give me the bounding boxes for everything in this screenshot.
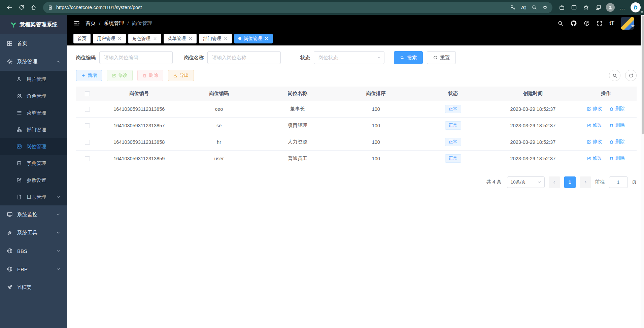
close-icon[interactable] <box>188 36 193 41</box>
row-edit-link[interactable]: 修改 <box>587 106 602 112</box>
edit-button[interactable]: 修改 <box>107 70 133 81</box>
row-delete-link[interactable]: 删除 <box>609 139 624 145</box>
reset-button[interactable]: 重置 <box>427 51 456 64</box>
sidebar-item-label: 系统管理 <box>17 59 37 65</box>
add-favorite-button[interactable] <box>540 2 550 13</box>
sidebar-item-system-management[interactable]: 系统管理 <box>0 53 67 71</box>
row-checkbox[interactable] <box>85 107 90 112</box>
post-code-input[interactable] <box>99 51 173 64</box>
password-key-button[interactable] <box>507 2 518 13</box>
tab-user-management[interactable]: 用户管理 <box>93 34 126 43</box>
zoom-out-button[interactable] <box>529 2 540 13</box>
breadcrumb-system-management[interactable]: 系统管理 <box>104 20 124 27</box>
sidebar-item-post-management[interactable]: 岗位管理 <box>0 138 67 155</box>
chevron-down-icon <box>56 195 61 199</box>
row-checkbox[interactable] <box>85 140 90 145</box>
site-info-icon[interactable] <box>48 5 53 10</box>
sidebar-item-log-management[interactable]: 日志管理 <box>0 189 67 205</box>
back-arrow-icon <box>6 4 13 11</box>
search-icon <box>557 20 564 26</box>
sidebar-item-system-tools[interactable]: 系统工具 <box>0 224 67 242</box>
row-delete-link[interactable]: 删除 <box>609 106 624 112</box>
sidebar-item-erp[interactable]: ERP <box>0 260 67 278</box>
sidebar-fold-icon[interactable] <box>73 20 80 27</box>
address-bar[interactable]: https://ccnetcore.com:1101/system/post A… <box>43 2 552 13</box>
status-select[interactable] <box>314 51 384 64</box>
fullscreen-button[interactable] <box>597 20 603 26</box>
copilot-bing-button[interactable]: b <box>631 2 641 12</box>
sidebar-item-parameter-settings[interactable]: 参数设置 <box>0 172 67 189</box>
tab-post-management[interactable]: 岗位管理 <box>234 34 273 43</box>
sidebar-item-yi-framework[interactable]: Yi框架 <box>0 278 67 296</box>
row-delete-link[interactable]: 删除 <box>609 122 624 128</box>
close-icon[interactable] <box>264 36 269 41</box>
sidebar-item-home[interactable]: 首页 <box>0 34 67 53</box>
search-button[interactable]: 搜索 <box>394 51 423 64</box>
collections-button[interactable] <box>592 2 604 13</box>
chevron-down-icon <box>56 212 61 217</box>
goto-page-input[interactable] <box>609 176 628 188</box>
delete-button[interactable]: 删除 <box>137 70 163 81</box>
sidebar-item-user-management[interactable]: 用户管理 <box>0 71 67 88</box>
pagination-total: 共 4 条 <box>486 179 501 185</box>
sidebar-item-system-monitor[interactable]: 系统监控 <box>0 205 67 224</box>
refresh-table-button[interactable] <box>625 70 637 81</box>
browser-menu-button[interactable]: … <box>616 2 629 13</box>
header-search-button[interactable] <box>557 20 564 26</box>
extensions-button[interactable] <box>556 2 568 13</box>
close-icon[interactable] <box>153 36 157 41</box>
split-screen-button[interactable] <box>568 2 580 13</box>
browser-profile-button[interactable] <box>604 2 616 13</box>
tab-role-management[interactable]: 角色管理 <box>128 34 161 43</box>
sidebar-item-label: 用户管理 <box>27 76 46 83</box>
breadcrumb-home[interactable]: 首页 <box>86 20 96 27</box>
font-size-button[interactable]: tT <box>609 20 614 26</box>
export-button[interactable]: 导出 <box>168 70 194 81</box>
github-link[interactable] <box>570 20 577 27</box>
browser-back-button[interactable] <box>3 2 15 13</box>
user-menu[interactable] <box>621 17 635 30</box>
app-logo[interactable]: 意框架管理系统 <box>0 15 67 34</box>
favorites-button[interactable] <box>580 2 592 13</box>
row-checkbox[interactable] <box>85 156 90 161</box>
status-select-input[interactable] <box>314 51 384 64</box>
cell-post-name: 董事长 <box>258 101 337 117</box>
header-actions: tT <box>557 17 635 30</box>
row-delete-link[interactable]: 删除 <box>609 155 624 161</box>
toggle-search-button[interactable] <box>609 70 620 81</box>
url-text[interactable]: https://ccnetcore.com:1101/system/post <box>56 5 504 10</box>
next-page-button[interactable] <box>580 176 591 188</box>
tab-menu-management[interactable]: 菜单管理 <box>164 34 197 43</box>
tab-home[interactable]: 首页 <box>73 34 91 43</box>
sidebar-item-role-management[interactable]: 角色管理 <box>0 88 67 104</box>
tab-label: 部门管理 <box>203 36 221 42</box>
edit-icon <box>587 107 591 111</box>
previous-page-button[interactable] <box>549 176 560 188</box>
sidebar-item-label: 角色管理 <box>27 93 46 99</box>
sidebar-item-bbs[interactable]: BBS <box>0 242 67 260</box>
help-button[interactable] <box>584 20 590 26</box>
sidebar-item-label: 系统工具 <box>17 230 37 236</box>
sidebar-item-menu-management[interactable]: 菜单管理 <box>0 104 67 121</box>
add-button[interactable]: 新增 <box>76 70 102 81</box>
post-name-input[interactable] <box>207 51 281 64</box>
page-scrollbar[interactable] <box>641 15 644 328</box>
close-icon[interactable] <box>224 36 228 41</box>
scrollbar-thumb[interactable] <box>642 15 644 134</box>
browser-refresh-button[interactable] <box>15 2 28 13</box>
page-number-1[interactable]: 1 <box>564 176 576 188</box>
row-edit-link[interactable]: 修改 <box>587 122 602 128</box>
browser-home-button[interactable] <box>28 2 40 13</box>
sidebar-item-dictionary-management[interactable]: 字典管理 <box>0 155 67 172</box>
chevron-right-icon <box>583 180 588 185</box>
sidebar-item-department-management[interactable]: 部门管理 <box>0 121 67 138</box>
row-checkbox[interactable] <box>85 123 90 128</box>
tab-department-management[interactable]: 部门管理 <box>199 34 232 43</box>
read-aloud-button[interactable]: A)) <box>518 2 529 13</box>
row-edit-link[interactable]: 修改 <box>587 155 602 161</box>
select-all-checkbox[interactable] <box>85 91 90 96</box>
page-size-select[interactable] <box>507 176 545 188</box>
close-icon[interactable] <box>117 36 122 41</box>
row-edit-link[interactable]: 修改 <box>587 139 602 145</box>
trash-icon <box>609 123 614 128</box>
